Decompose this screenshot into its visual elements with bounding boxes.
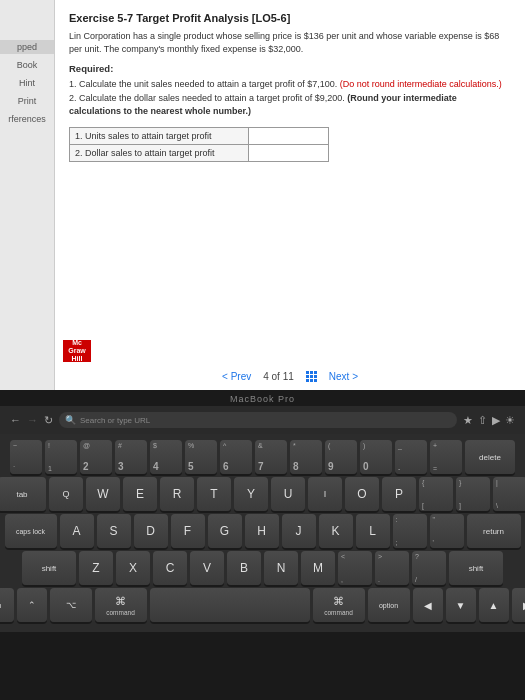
key-e[interactable]: E <box>123 477 157 511</box>
key-rbracket[interactable]: }] <box>456 477 490 511</box>
required-item-1: 1. Calculate the unit sales needed to at… <box>69 79 502 89</box>
key-option-right[interactable]: option <box>368 588 410 622</box>
sidebar-item-book[interactable]: Book <box>0 58 54 72</box>
key-s[interactable]: S <box>97 514 131 548</box>
number-row: ~` !1 @2 #3 $4 %5 ^6 &7 *8 (9 )0 _- += d… <box>8 440 517 474</box>
toolbar-icons: ★ ⇧ ▶ ☀ <box>463 414 515 427</box>
sidebar-item-hint[interactable]: Hint <box>0 76 54 90</box>
key-r[interactable]: R <box>160 477 194 511</box>
key-comma[interactable]: <, <box>338 551 372 585</box>
qwerty-row: tab Q W E R T Y U I O P {[ }] |\ <box>8 477 517 511</box>
key-o[interactable]: O <box>345 477 379 511</box>
share-icon[interactable]: ★ <box>463 414 473 427</box>
key-command-left[interactable]: ⌘ command <box>95 588 147 622</box>
macbook-label: MacBook Pro <box>0 390 525 406</box>
key-command-right[interactable]: ⌘ command <box>313 588 365 622</box>
next-button[interactable]: Next > <box>329 371 358 382</box>
mgh-logo: McGrawHill <box>63 340 91 362</box>
key-tab[interactable]: tab <box>0 477 46 511</box>
key-option-left[interactable]: ⌥ <box>50 588 92 622</box>
sidebar-item-references[interactable]: rferences <box>0 112 54 126</box>
key-c[interactable]: C <box>153 551 187 585</box>
touch-bar: ← → ↻ 🔍 Search or type URL ★ ⇧ ▶ ☀ <box>0 406 525 434</box>
key-k[interactable]: K <box>319 514 353 548</box>
key-x[interactable]: X <box>116 551 150 585</box>
key-semicolon[interactable]: :; <box>393 514 427 548</box>
refresh-button[interactable]: ↻ <box>44 414 53 427</box>
key-f[interactable]: F <box>171 514 205 548</box>
key-arrow-right[interactable]: ▶ <box>512 588 526 622</box>
key-v[interactable]: V <box>190 551 224 585</box>
forward-button: → <box>27 414 38 426</box>
key-n[interactable]: N <box>264 551 298 585</box>
key-2[interactable]: @2 <box>80 440 112 474</box>
key-period[interactable]: >. <box>375 551 409 585</box>
exercise-title: Exercise 5-7 Target Profit Analysis [LO5… <box>69 12 511 24</box>
key-m[interactable]: M <box>301 551 335 585</box>
key-capslock[interactable]: caps lock <box>5 514 57 548</box>
key-7[interactable]: &7 <box>255 440 287 474</box>
key-fn[interactable]: fn <box>0 588 14 622</box>
bottom-row: fn ⌃ ⌥ ⌘ command ⌘ command option ◀ ▼ ▲ … <box>8 588 517 622</box>
search-icon: 🔍 <box>65 415 76 425</box>
required-label: Required: <box>69 63 511 74</box>
key-4[interactable]: $4 <box>150 440 182 474</box>
key-1[interactable]: !1 <box>45 440 77 474</box>
key-slash[interactable]: ?/ <box>412 551 446 585</box>
key-backspace[interactable]: delete <box>465 440 515 474</box>
key-i[interactable]: I <box>308 477 342 511</box>
key-lbracket[interactable]: {[ <box>419 477 453 511</box>
key-j[interactable]: J <box>282 514 316 548</box>
row1-input[interactable] <box>249 127 329 144</box>
key-q[interactable]: Q <box>49 477 83 511</box>
key-z[interactable]: Z <box>79 551 113 585</box>
key-d[interactable]: D <box>134 514 168 548</box>
key-ctrl[interactable]: ⌃ <box>17 588 47 622</box>
key-p[interactable]: P <box>382 477 416 511</box>
key-arrow-down[interactable]: ▼ <box>446 588 476 622</box>
key-8[interactable]: *8 <box>290 440 322 474</box>
key-quote[interactable]: "' <box>430 514 464 548</box>
key-a[interactable]: A <box>60 514 94 548</box>
volume-icon[interactable]: ▶ <box>492 414 500 427</box>
row2-input[interactable] <box>249 144 329 161</box>
required-item-2: 2. Calculate the dollar sales needed to … <box>69 93 457 117</box>
key-space[interactable] <box>150 588 310 622</box>
sidebar: pped Book Hint Print rferences <box>0 0 55 390</box>
address-bar[interactable]: 🔍 Search or type URL <box>59 412 457 428</box>
key-b[interactable]: B <box>227 551 261 585</box>
key-0[interactable]: )0 <box>360 440 392 474</box>
key-h[interactable]: H <box>245 514 279 548</box>
key-shift-left[interactable]: shift <box>22 551 76 585</box>
screen: pped Book Hint Print rferences Exercise … <box>0 0 525 390</box>
prev-button[interactable]: < Prev <box>222 371 251 382</box>
key-backtick[interactable]: ~` <box>10 440 42 474</box>
key-minus[interactable]: _- <box>395 440 427 474</box>
key-w[interactable]: W <box>86 477 120 511</box>
key-3[interactable]: #3 <box>115 440 147 474</box>
key-return[interactable]: return <box>467 514 521 548</box>
key-l[interactable]: L <box>356 514 390 548</box>
back-button[interactable]: ← <box>10 414 21 426</box>
key-y[interactable]: Y <box>234 477 268 511</box>
key-equals[interactable]: += <box>430 440 462 474</box>
grid-icon[interactable] <box>306 371 317 382</box>
key-backslash[interactable]: |\ <box>493 477 525 511</box>
answer-table: 1. Units sales to attain target profit 2… <box>69 127 329 162</box>
key-5[interactable]: %5 <box>185 440 217 474</box>
asdf-row: caps lock A S D F G H J K L :; "' return <box>8 514 517 548</box>
key-arrow-left[interactable]: ◀ <box>413 588 443 622</box>
search-text: Search or type URL <box>80 416 150 425</box>
row2-label: 2. Dollar sales to attain target profit <box>70 144 249 161</box>
sidebar-item-pped[interactable]: pped <box>0 40 54 54</box>
key-arrow-up[interactable]: ▲ <box>479 588 509 622</box>
key-u[interactable]: U <box>271 477 305 511</box>
brightness-icon[interactable]: ☀ <box>505 414 515 427</box>
key-9[interactable]: (9 <box>325 440 357 474</box>
key-t[interactable]: T <box>197 477 231 511</box>
sidebar-item-print[interactable]: Print <box>0 94 54 108</box>
download-icon[interactable]: ⇧ <box>478 414 487 427</box>
key-g[interactable]: G <box>208 514 242 548</box>
key-6[interactable]: ^6 <box>220 440 252 474</box>
key-shift-right[interactable]: shift <box>449 551 503 585</box>
